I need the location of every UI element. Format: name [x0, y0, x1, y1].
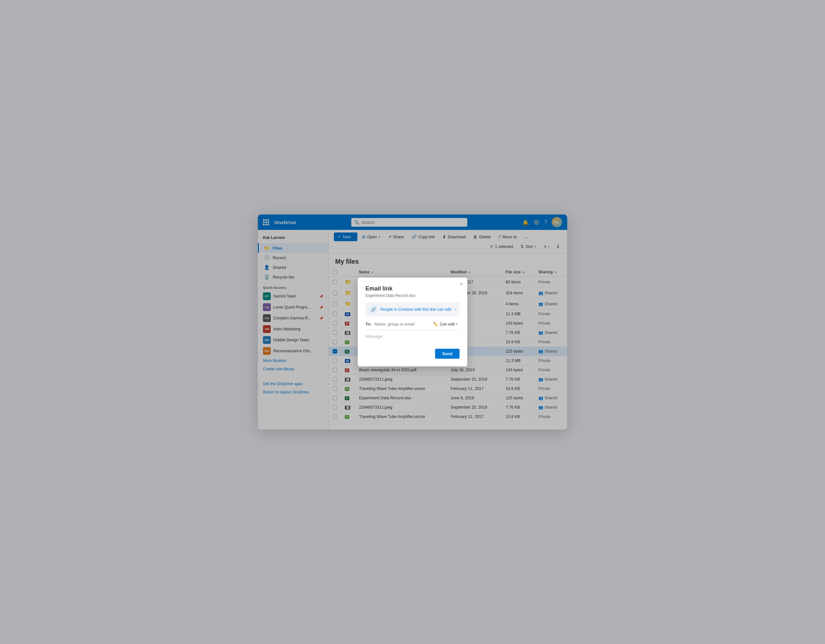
modal-to-label: To: [365, 322, 372, 327]
modal-footer: Send [365, 349, 460, 359]
send-button[interactable]: Send [435, 349, 460, 359]
can-edit-button[interactable]: ✏️ Can edit ▾ [431, 321, 460, 327]
can-edit-label: Can edit [440, 322, 455, 327]
link-chevron-right: › [455, 307, 456, 312]
modal-message[interactable]: Message... [365, 334, 460, 344]
modal-title: Email link [365, 285, 460, 292]
modal-link-text: People in Contoso with this link can edi… [380, 307, 451, 312]
message-placeholder: Message... [365, 334, 386, 339]
edit-pencil-icon: ✏️ [433, 322, 438, 327]
modal-link-row[interactable]: 🔗 People in Contoso with this link can e… [365, 302, 460, 316]
link-settings-icon: 🔗 [369, 305, 378, 314]
email-link-modal: × Email link Experiment Data Record.xlsx… [358, 277, 467, 367]
modal-to-input[interactable] [374, 322, 429, 327]
modal-subtitle: Experiment Data Record.xlsx [365, 293, 460, 298]
modal-to-row: To: ✏️ Can edit ▾ [365, 321, 460, 330]
modal-close-button[interactable]: × [460, 282, 463, 287]
modal-overlay: × Email link Experiment Data Record.xlsx… [0, 0, 825, 644]
can-edit-chevron: ▾ [456, 323, 457, 326]
